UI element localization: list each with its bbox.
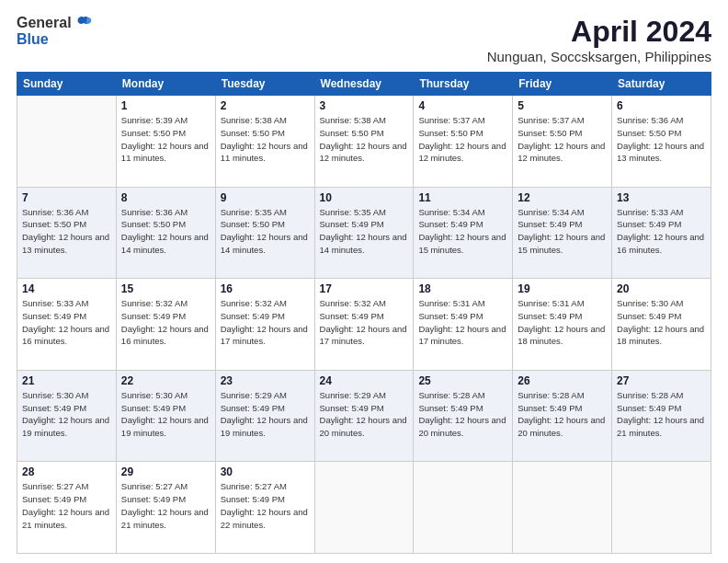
day-info: Sunrise: 5:34 AMSunset: 5:49 PMDaylight:… [518,206,607,257]
calendar-cell: 24Sunrise: 5:29 AMSunset: 5:49 PMDayligh… [314,370,414,462]
calendar-week-row-5: 28Sunrise: 5:27 AMSunset: 5:49 PMDayligh… [17,462,711,554]
calendar-cell [513,462,612,554]
logo-blue: Blue [17,31,49,48]
calendar-cell: 30Sunrise: 5:27 AMSunset: 5:49 PMDayligh… [215,462,314,554]
day-info: Sunrise: 5:37 AMSunset: 5:50 PMDaylight:… [518,114,607,165]
calendar-cell: 13Sunrise: 5:33 AMSunset: 5:49 PMDayligh… [612,187,711,279]
day-number: 22 [121,374,210,387]
col-header-saturday: Saturday [612,73,711,96]
calendar-cell: 8Sunrise: 5:36 AMSunset: 5:50 PMDaylight… [116,187,215,279]
day-number: 11 [418,191,507,204]
title-block: April 2024 Nunguan, Soccsksargen, Philip… [487,15,711,64]
calendar-cell [414,462,513,554]
calendar-cell: 11Sunrise: 5:34 AMSunset: 5:49 PMDayligh… [414,187,513,279]
day-info: Sunrise: 5:27 AMSunset: 5:49 PMDaylight:… [221,480,310,531]
calendar-cell: 21Sunrise: 5:30 AMSunset: 5:49 PMDayligh… [17,370,117,462]
calendar-cell: 18Sunrise: 5:31 AMSunset: 5:49 PMDayligh… [414,279,513,371]
day-info: Sunrise: 5:27 AMSunset: 5:49 PMDaylight:… [121,480,210,531]
col-header-friday: Friday [513,73,612,96]
col-header-tuesday: Tuesday [215,73,314,96]
calendar-cell [314,462,414,554]
calendar-cell: 5Sunrise: 5:37 AMSunset: 5:50 PMDaylight… [513,96,612,188]
calendar-cell: 26Sunrise: 5:28 AMSunset: 5:49 PMDayligh… [513,370,612,462]
day-number: 15 [121,282,210,295]
day-number: 6 [617,99,706,112]
location-title: Nunguan, Soccsksargen, Philippines [487,49,711,64]
page: General Blue April 2024 Nunguan, Soccsks… [0,0,728,563]
day-info: Sunrise: 5:34 AMSunset: 5:49 PMDaylight:… [418,206,507,257]
day-number: 12 [518,191,607,204]
calendar-table: SundayMondayTuesdayWednesdayThursdayFrid… [17,72,711,554]
calendar-cell: 29Sunrise: 5:27 AMSunset: 5:49 PMDayligh… [116,462,215,554]
day-number: 27 [617,374,706,387]
logo: General Blue [17,15,92,48]
day-number: 7 [22,191,111,204]
calendar-cell: 15Sunrise: 5:32 AMSunset: 5:49 PMDayligh… [116,279,215,371]
day-number: 3 [320,99,409,112]
day-number: 23 [221,374,310,387]
calendar-week-row-4: 21Sunrise: 5:30 AMSunset: 5:49 PMDayligh… [17,370,711,462]
calendar-cell: 10Sunrise: 5:35 AMSunset: 5:49 PMDayligh… [314,187,414,279]
day-info: Sunrise: 5:28 AMSunset: 5:49 PMDaylight:… [617,389,706,440]
calendar-cell: 1Sunrise: 5:39 AMSunset: 5:50 PMDaylight… [116,96,215,188]
day-info: Sunrise: 5:32 AMSunset: 5:49 PMDaylight:… [221,297,310,348]
day-info: Sunrise: 5:33 AMSunset: 5:49 PMDaylight:… [617,206,706,257]
day-info: Sunrise: 5:36 AMSunset: 5:50 PMDaylight:… [22,206,111,257]
calendar-cell: 28Sunrise: 5:27 AMSunset: 5:49 PMDayligh… [17,462,117,554]
calendar-cell: 17Sunrise: 5:32 AMSunset: 5:49 PMDayligh… [314,279,414,371]
logo-text: General [17,15,92,31]
day-info: Sunrise: 5:36 AMSunset: 5:50 PMDaylight:… [121,206,210,257]
calendar-cell: 14Sunrise: 5:33 AMSunset: 5:49 PMDayligh… [17,279,117,371]
day-info: Sunrise: 5:35 AMSunset: 5:49 PMDaylight:… [320,206,409,257]
calendar-week-row-1: 1Sunrise: 5:39 AMSunset: 5:50 PMDaylight… [17,96,711,188]
day-info: Sunrise: 5:31 AMSunset: 5:49 PMDaylight:… [418,297,507,348]
calendar-cell: 4Sunrise: 5:37 AMSunset: 5:50 PMDaylight… [414,96,513,188]
day-number: 19 [518,282,607,295]
day-info: Sunrise: 5:30 AMSunset: 5:49 PMDaylight:… [121,389,210,440]
calendar-cell: 23Sunrise: 5:29 AMSunset: 5:49 PMDayligh… [215,370,314,462]
day-number: 30 [221,465,310,478]
day-info: Sunrise: 5:28 AMSunset: 5:49 PMDaylight:… [518,389,607,440]
day-info: Sunrise: 5:39 AMSunset: 5:50 PMDaylight:… [121,114,210,165]
day-info: Sunrise: 5:32 AMSunset: 5:49 PMDaylight:… [320,297,409,348]
day-number: 29 [121,465,210,478]
day-number: 2 [221,99,310,112]
day-info: Sunrise: 5:37 AMSunset: 5:50 PMDaylight:… [418,114,507,165]
day-info: Sunrise: 5:32 AMSunset: 5:49 PMDaylight:… [121,297,210,348]
calendar-cell: 12Sunrise: 5:34 AMSunset: 5:49 PMDayligh… [513,187,612,279]
day-number: 18 [418,282,507,295]
day-number: 13 [617,191,706,204]
calendar-cell: 3Sunrise: 5:38 AMSunset: 5:50 PMDaylight… [314,96,414,188]
day-number: 1 [121,99,210,112]
calendar-cell: 25Sunrise: 5:28 AMSunset: 5:49 PMDayligh… [414,370,513,462]
month-title: April 2024 [487,15,711,49]
day-number: 9 [221,191,310,204]
day-info: Sunrise: 5:27 AMSunset: 5:49 PMDaylight:… [22,480,111,531]
day-number: 8 [121,191,210,204]
day-info: Sunrise: 5:38 AMSunset: 5:50 PMDaylight:… [221,114,310,165]
calendar-cell: 20Sunrise: 5:30 AMSunset: 5:49 PMDayligh… [612,279,711,371]
day-number: 20 [617,282,706,295]
logo-bird-icon [75,15,92,31]
day-number: 4 [418,99,507,112]
day-number: 10 [320,191,409,204]
day-info: Sunrise: 5:31 AMSunset: 5:49 PMDaylight:… [518,297,607,348]
calendar-cell [17,96,117,188]
calendar-cell: 19Sunrise: 5:31 AMSunset: 5:49 PMDayligh… [513,279,612,371]
day-info: Sunrise: 5:38 AMSunset: 5:50 PMDaylight:… [320,114,409,165]
day-info: Sunrise: 5:28 AMSunset: 5:49 PMDaylight:… [418,389,507,440]
calendar-week-row-2: 7Sunrise: 5:36 AMSunset: 5:50 PMDaylight… [17,187,711,279]
header: General Blue April 2024 Nunguan, Soccsks… [17,15,711,64]
day-info: Sunrise: 5:30 AMSunset: 5:49 PMDaylight:… [22,389,111,440]
day-number: 16 [221,282,310,295]
calendar-header-row: SundayMondayTuesdayWednesdayThursdayFrid… [17,73,711,96]
calendar-cell: 27Sunrise: 5:28 AMSunset: 5:49 PMDayligh… [612,370,711,462]
calendar-cell: 16Sunrise: 5:32 AMSunset: 5:49 PMDayligh… [215,279,314,371]
calendar-cell: 7Sunrise: 5:36 AMSunset: 5:50 PMDaylight… [17,187,117,279]
calendar-cell: 2Sunrise: 5:38 AMSunset: 5:50 PMDaylight… [215,96,314,188]
calendar-cell: 6Sunrise: 5:36 AMSunset: 5:50 PMDaylight… [612,96,711,188]
calendar-cell [612,462,711,554]
logo-general: General [17,15,72,31]
day-number: 21 [22,374,111,387]
day-number: 24 [320,374,409,387]
